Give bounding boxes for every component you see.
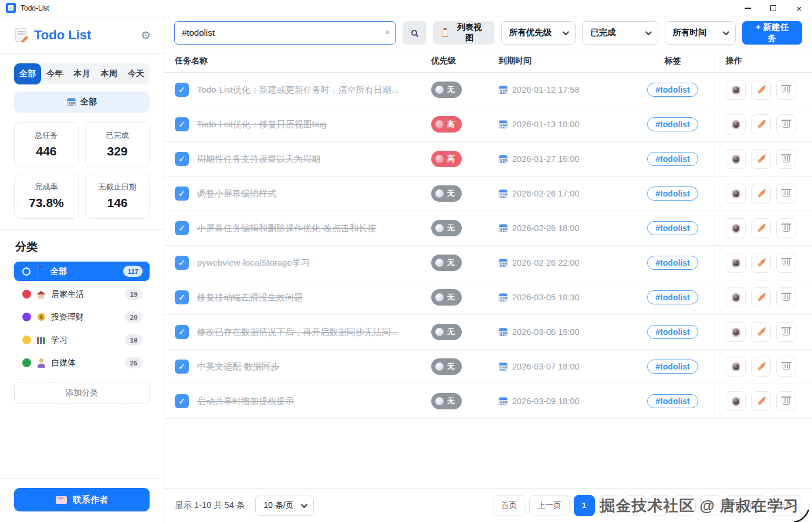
time-filter-select[interactable]: 所有时间 <box>665 21 736 45</box>
clear-search-icon[interactable]: × <box>385 27 390 37</box>
edit-button[interactable] <box>751 114 771 134</box>
view-button[interactable] <box>726 391 746 411</box>
category-self-media[interactable]: 自媒体 25 <box>14 353 150 372</box>
delete-button[interactable] <box>776 287 796 307</box>
view-button[interactable] <box>726 287 746 307</box>
page-button-3[interactable]: 3 <box>624 495 645 516</box>
search-input[interactable] <box>174 21 396 45</box>
page-button-5[interactable]: 5 <box>675 495 696 516</box>
delete-button[interactable] <box>776 322 796 342</box>
task-tag[interactable]: #todolist <box>647 394 698 408</box>
delete-button[interactable] <box>776 253 796 273</box>
view-button[interactable] <box>726 80 746 100</box>
edit-button[interactable] <box>751 253 771 273</box>
category-study[interactable]: 学习 19 <box>14 330 150 350</box>
priority-filter-select[interactable]: 所有优先级 <box>501 21 576 45</box>
list-view-button[interactable]: 列表视图 <box>433 21 495 45</box>
task-checkbox[interactable]: ✓ <box>175 83 189 97</box>
add-category-button[interactable]: 添加分类 <box>14 382 150 404</box>
task-checkbox[interactable]: ✓ <box>175 290 189 304</box>
check-icon: ✓ <box>178 188 186 199</box>
tab-all[interactable]: 全部 <box>14 63 41 84</box>
edit-button[interactable] <box>751 218 771 238</box>
delete-button[interactable] <box>776 80 796 100</box>
last-page-button[interactable]: 末页 <box>769 495 801 516</box>
task-checkbox[interactable]: ✓ <box>175 152 189 166</box>
task-tag[interactable]: #todolist <box>647 325 698 339</box>
window-titlebar: ✓ Todo-List × <box>0 0 812 16</box>
page-size-select[interactable]: 10 条/页 <box>255 496 314 516</box>
edit-button[interactable] <box>751 391 771 411</box>
minimize-button[interactable] <box>735 0 760 16</box>
tab-this-month[interactable]: 本月 <box>68 63 95 84</box>
task-checkbox[interactable]: ✓ <box>175 117 189 131</box>
page-button-6[interactable]: 6 <box>700 495 721 516</box>
view-button[interactable] <box>726 114 746 134</box>
view-button[interactable] <box>726 218 746 238</box>
calendar-icon <box>499 293 508 301</box>
view-button[interactable] <box>726 184 746 204</box>
delete-button[interactable] <box>776 114 796 134</box>
gear-icon[interactable]: ⚙ <box>141 29 151 42</box>
delete-button[interactable] <box>776 357 796 377</box>
category-color-dot <box>22 313 31 321</box>
task-tag[interactable]: #todolist <box>647 83 698 97</box>
search-button[interactable] <box>402 21 427 45</box>
task-tag[interactable]: #todolist <box>647 152 698 166</box>
edit-button[interactable] <box>751 287 771 307</box>
tab-this-week[interactable]: 本周 <box>96 63 123 84</box>
mail-icon <box>56 496 67 504</box>
prev-page-button[interactable]: 上一页 <box>529 495 570 516</box>
edit-button[interactable] <box>751 184 771 204</box>
category-investment[interactable]: $ 投资理财 20 <box>14 307 150 327</box>
delete-button[interactable] <box>776 149 796 169</box>
tab-today[interactable]: 今天 <box>123 63 150 84</box>
task-tag[interactable]: #todolist <box>647 256 698 270</box>
priority-badge: 无 <box>431 324 462 340</box>
task-checkbox[interactable]: ✓ <box>175 221 189 235</box>
check-icon: ✓ <box>178 257 186 268</box>
calendar-filter-button[interactable]: 全部 <box>14 91 150 113</box>
category-home-life[interactable]: 居家生活 19 <box>14 284 150 304</box>
stat-completion-rate: 完成率 73.8% <box>14 174 79 219</box>
view-button[interactable] <box>726 253 746 273</box>
sidebar: Todo List ⚙ 全部 今年 本月 本周 今天 全部 总任务 446 已完… <box>0 16 164 522</box>
delete-button[interactable] <box>776 218 796 238</box>
task-checkbox[interactable]: ✓ <box>175 394 189 408</box>
calendar-icon <box>499 328 508 336</box>
edit-button[interactable] <box>751 149 771 169</box>
header-actions: 操作 <box>715 49 812 72</box>
edit-button[interactable] <box>751 322 771 342</box>
first-page-button[interactable]: 首页 <box>493 495 525 516</box>
task-tag[interactable]: #todolist <box>647 117 698 131</box>
task-checkbox[interactable]: ✓ <box>175 256 189 270</box>
view-button[interactable] <box>726 357 746 377</box>
edit-button[interactable] <box>751 80 771 100</box>
task-tag[interactable]: #todolist <box>647 360 698 374</box>
next-page-button[interactable]: 下一页 <box>725 495 766 516</box>
delete-button[interactable] <box>776 391 796 411</box>
house-icon <box>36 290 46 299</box>
page-button-1[interactable]: 1 <box>574 495 595 516</box>
task-checkbox[interactable]: ✓ <box>175 325 189 339</box>
delete-button[interactable] <box>776 184 796 204</box>
maximize-button[interactable] <box>760 0 786 16</box>
tab-this-year[interactable]: 今年 <box>41 63 68 84</box>
task-tag[interactable]: #todolist <box>647 290 698 304</box>
task-tag[interactable]: #todolist <box>647 187 698 201</box>
contact-author-button[interactable]: 联系作者 <box>14 488 150 511</box>
trash-icon <box>783 259 790 266</box>
page-button-2[interactable]: 2 <box>599 495 620 516</box>
new-task-button[interactable]: + 新建任务 <box>742 21 802 45</box>
task-checkbox[interactable]: ✓ <box>175 187 189 201</box>
category-all[interactable]: 全部 117 <box>14 262 150 281</box>
close-button[interactable]: × <box>786 0 812 16</box>
eye-icon <box>732 224 740 233</box>
view-button[interactable] <box>726 322 746 342</box>
page-button-4[interactable]: 4 <box>649 495 671 516</box>
task-tag[interactable]: #todolist <box>647 221 698 235</box>
edit-button[interactable] <box>751 357 771 377</box>
status-filter-select[interactable]: 已完成 <box>582 21 658 45</box>
view-button[interactable] <box>726 149 746 169</box>
task-checkbox[interactable]: ✓ <box>175 360 189 374</box>
